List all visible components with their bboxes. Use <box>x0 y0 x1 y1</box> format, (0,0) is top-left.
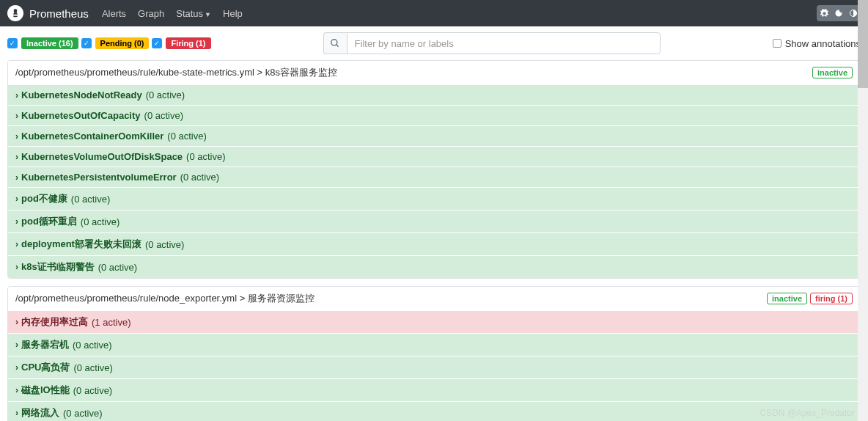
chevron-right-icon: › <box>15 131 18 142</box>
alert-row[interactable]: ›KubernetesOutOfCapacity(0 active) <box>8 105 860 125</box>
alert-count: (0 active) <box>186 151 225 162</box>
alert-name: pod循环重启 <box>21 215 77 228</box>
alert-name: KubernetesVolumeOutOfDiskSpace <box>21 151 183 162</box>
nav-help[interactable]: Help <box>223 8 243 19</box>
toolbar: ✓ Inactive (16) ✓ Pending (0) ✓ Firing (… <box>0 26 868 60</box>
rule-header[interactable]: /opt/prometheus/prometheus/rule/node_exp… <box>8 287 860 310</box>
nav-status[interactable]: Status▼ <box>176 8 211 19</box>
alert-count: (0 active) <box>81 216 119 227</box>
annotations-label: Show annotations <box>785 38 861 49</box>
content: /opt/prometheus/prometheus/rule/kube-sta… <box>0 60 868 421</box>
alert-count: (0 active) <box>180 172 219 183</box>
alert-name: KubernetesOutOfCapacity <box>21 110 141 121</box>
rule-group: /opt/prometheus/prometheus/rule/kube-sta… <box>7 60 861 279</box>
alert-row[interactable]: ›KubernetesVolumeOutOfDiskSpace(0 active… <box>8 146 860 166</box>
brand-text: Prometheus <box>29 7 89 20</box>
alert-row[interactable]: ›服务器宕机(0 active) <box>8 333 860 356</box>
status-badge: inactive <box>812 67 853 78</box>
pill-firing[interactable]: Firing (1) <box>166 37 210 49</box>
navbar: Prometheus Alerts Graph Status▼ Help <box>0 0 868 26</box>
chevron-right-icon: › <box>15 90 18 100</box>
filter-pills: ✓ Inactive (16) ✓ Pending (0) ✓ Firing (… <box>7 37 211 49</box>
chevron-right-icon: › <box>15 317 18 327</box>
alert-count: (0 active) <box>73 385 112 396</box>
scrollbar[interactable] <box>858 0 868 421</box>
pill-pending[interactable]: Pending (0) <box>95 37 150 49</box>
alert-count: (0 active) <box>63 408 102 419</box>
chevron-right-icon: › <box>15 216 18 227</box>
show-annotations-toggle[interactable]: Show annotations <box>773 38 861 49</box>
alert-row[interactable]: ›k8s证书临期警告(0 active) <box>8 255 860 278</box>
chevron-down-icon: ▼ <box>205 11 211 18</box>
rule-badges: inactivefiring (1) <box>767 293 853 304</box>
prometheus-logo-icon <box>7 5 23 21</box>
chevron-right-icon: › <box>15 262 18 272</box>
alert-row[interactable]: ›pod不健康(0 active) <box>8 187 860 210</box>
alert-name: 磁盘IO性能 <box>21 384 70 397</box>
rule-group: /opt/prometheus/prometheus/rule/node_exp… <box>7 286 861 421</box>
alert-count: (0 active) <box>144 110 183 121</box>
nav-alerts[interactable]: Alerts <box>102 8 126 19</box>
alert-row[interactable]: ›KubernetesPersistentvolumeError(0 activ… <box>8 166 860 187</box>
alert-name: k8s证书临期警告 <box>21 260 95 274</box>
search-icon[interactable] <box>323 32 347 54</box>
svg-line-2 <box>336 45 339 47</box>
moon-icon[interactable] <box>831 5 846 21</box>
rule-badges: inactive <box>812 67 853 78</box>
alert-count: (0 active) <box>146 89 185 100</box>
status-badge: firing (1) <box>810 293 853 304</box>
chevron-right-icon: › <box>15 239 18 249</box>
alert-row[interactable]: ›磁盘IO性能(0 active) <box>8 378 860 401</box>
brand[interactable]: Prometheus <box>7 5 89 21</box>
search-wrap <box>323 32 661 54</box>
pill-inactive[interactable]: Inactive (16) <box>21 37 78 49</box>
alert-count: (1 active) <box>92 317 130 328</box>
alert-row[interactable]: ›内存使用率过高(1 active) <box>8 310 860 333</box>
svg-point-1 <box>331 40 337 45</box>
alert-name: deployment部署失败未回滚 <box>21 238 141 251</box>
alert-row[interactable]: ›KubernetesContainerOomKiller(0 active) <box>8 125 860 146</box>
alert-count: (0 active) <box>98 262 137 273</box>
chevron-right-icon: › <box>15 340 18 350</box>
rule-header[interactable]: /opt/prometheus/prometheus/rule/kube-sta… <box>8 61 860 84</box>
alert-name: pod不健康 <box>21 192 67 205</box>
alert-row[interactable]: ›CPU高负荷(0 active) <box>8 356 860 378</box>
checkbox-inactive[interactable]: ✓ <box>7 38 18 48</box>
chevron-right-icon: › <box>15 362 18 373</box>
alert-count: (0 active) <box>73 362 112 373</box>
alert-row[interactable]: ›deployment部署失败未回滚(0 active) <box>8 233 860 255</box>
search-input[interactable] <box>347 32 661 54</box>
alert-count: (0 active) <box>73 340 111 351</box>
alert-name: 网络流入 <box>21 406 59 420</box>
chevron-right-icon: › <box>15 152 18 162</box>
alert-row[interactable]: ›pod循环重启(0 active) <box>8 210 860 233</box>
alert-name: KubernetesContainerOomKiller <box>21 131 163 142</box>
nav-links: Alerts Graph Status▼ Help <box>102 8 243 19</box>
alert-count: (0 active) <box>71 194 110 205</box>
alert-row[interactable]: ›网络流入(0 active) <box>8 401 860 421</box>
scrollbar-thumb[interactable] <box>858 0 868 88</box>
alert-name: 内存使用率过高 <box>21 315 88 329</box>
alert-name: CPU高负荷 <box>21 361 70 374</box>
chevron-right-icon: › <box>15 385 18 395</box>
alert-name: KubernetesPersistentvolumeError <box>21 172 177 183</box>
checkbox-pending[interactable]: ✓ <box>81 38 92 48</box>
rule-path: /opt/prometheus/prometheus/rule/node_exp… <box>15 292 315 305</box>
alert-name: 服务器宕机 <box>21 338 69 351</box>
navbar-right <box>817 5 861 21</box>
rule-path: /opt/prometheus/prometheus/rule/kube-sta… <box>15 66 337 79</box>
chevron-right-icon: › <box>15 408 18 418</box>
alert-name: KubernetesNodeNotReady <box>21 89 142 100</box>
chevron-right-icon: › <box>15 111 18 121</box>
alert-row[interactable]: ›KubernetesNodeNotReady(0 active) <box>8 84 860 105</box>
alert-count: (0 active) <box>145 239 184 250</box>
chevron-right-icon: › <box>15 172 18 183</box>
nav-graph[interactable]: Graph <box>138 8 164 19</box>
checkbox-icon <box>773 39 781 48</box>
alert-count: (0 active) <box>167 131 206 142</box>
checkbox-firing[interactable]: ✓ <box>152 38 162 48</box>
status-badge: inactive <box>767 293 807 304</box>
settings-icon[interactable] <box>817 5 831 21</box>
chevron-right-icon: › <box>15 194 18 204</box>
